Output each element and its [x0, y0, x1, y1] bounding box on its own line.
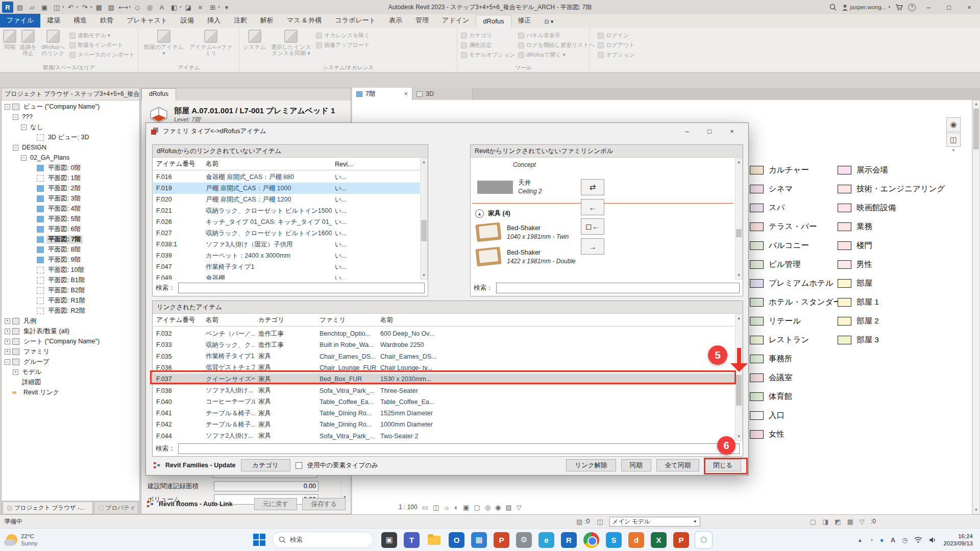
category-button[interactable]: カテゴリ	[241, 459, 290, 471]
swap-links-button[interactable]: ⇄	[581, 179, 604, 195]
tree-expand-icon[interactable]: +	[5, 329, 10, 334]
tree-expand-icon[interactable]: −	[5, 104, 10, 110]
dialog-minimize-icon[interactable]: –	[676, 128, 698, 135]
unlinked-families-scrollbar[interactable]: ▲ ▼	[735, 158, 743, 280]
exclude-options-icon[interactable]: ◨	[822, 518, 828, 525]
column-header[interactable]: ファミリ	[316, 316, 377, 324]
unlinked-item-row[interactable]: F.047作業椅子タイプ1い...	[153, 261, 420, 272]
taskbar-app-skype[interactable]: S	[606, 532, 622, 548]
tree-item[interactable]: 平面図: 5階	[2, 214, 139, 224]
tree-item[interactable]: −???	[2, 112, 139, 122]
family-item-type[interactable]: 1422 x 1981mm - Double	[507, 258, 576, 265]
linked-items-search-input[interactable]	[178, 443, 740, 454]
tree-item[interactable]: +モデル	[2, 367, 139, 377]
tree-item[interactable]: −DESIGN	[2, 142, 139, 153]
linked-items-table[interactable]: アイテム番号名前カテゴリファミリ名前F.032ベンチ（バー／...造作工事Ben…	[153, 314, 734, 441]
column-header[interactable]: アイテム番号	[153, 160, 203, 168]
tree-item[interactable]: 平面図: 0階	[2, 163, 139, 173]
scroll-thumb[interactable]	[736, 375, 742, 406]
construction-area-input[interactable]	[214, 481, 318, 491]
recent-documents-icon[interactable]: ▤	[14, 2, 26, 13]
unlinked-items-table[interactable]: アイテム番号名前Revi...F.016食器棚 扉開式_CAS：戸棚 880い.…	[153, 158, 420, 280]
ribbon-tab-建築[interactable]: 建築	[40, 14, 67, 28]
linked-item-row[interactable]: F.040コーヒーテーブル家具Table_Coffee_Ea...Table_C…	[153, 396, 734, 408]
sync-button[interactable]: 同期	[621, 459, 651, 471]
tree-item[interactable]: 平面図: 10階	[2, 265, 139, 275]
default-3d-view-icon-dropdown[interactable]: ▾	[180, 5, 182, 9]
column-header[interactable]: アイテム番号	[153, 316, 203, 324]
linked-item-row[interactable]: F.042テーブル＆椅子...家具Table_Dining Ro...1000m…	[153, 419, 734, 430]
column-header[interactable]: 名前	[377, 316, 734, 324]
canvas-scroll-thumb[interactable]	[973, 109, 979, 149]
project-browser-title[interactable]: プロジェクト ブラウザ - ステップ3+4+5+6_複合モデ...	[2, 88, 139, 101]
export-pdf-icon[interactable]: ▨	[106, 2, 117, 13]
cart-icon[interactable]	[895, 4, 903, 11]
aligned-dimension-icon[interactable]: ◇	[132, 2, 143, 13]
unlinked-item-row[interactable]: F.027収納ラック、クローゼット ビルトイン1600mmい...	[153, 228, 420, 239]
wifi-icon[interactable]	[914, 537, 922, 543]
scroll-up-icon[interactable]: ▲	[421, 159, 427, 166]
link-selected-button[interactable]: ←	[581, 199, 604, 215]
taskbar-app-powerpoint[interactable]: P	[494, 532, 509, 548]
signed-in-user[interactable]: jasper.wong... ▾	[842, 4, 890, 11]
reveal-hidden-icon[interactable]: ◉	[495, 504, 501, 511]
ribbon-tab-ファイル[interactable]: ファイル	[0, 14, 40, 28]
linked-item-row[interactable]: F.032ベンチ（バー／...造作工事Benchtop_Optio...600 …	[153, 328, 734, 339]
column-header[interactable]: カテゴリ	[255, 316, 316, 324]
tree-item[interactable]: −グループ	[2, 357, 139, 367]
constraints-icon[interactable]: ▽	[517, 504, 522, 511]
tree-expand-icon[interactable]: −	[21, 155, 27, 161]
family-item-name[interactable]: Bed-Shaker	[507, 249, 541, 256]
column-header[interactable]: 名前	[203, 316, 255, 324]
ceiling-name[interactable]: 天井	[518, 179, 531, 187]
scale-label[interactable]: 1 : 100	[399, 504, 418, 511]
tab-drofus[interactable]: dRofus	[141, 88, 176, 101]
linked-item-row[interactable]: F.041テーブル＆椅子...家具Table_Dining Ro...1525m…	[153, 408, 734, 419]
worksets-icon[interactable]: ▧	[576, 518, 582, 525]
unlinked-item-row[interactable]: F.026キッチ_タイプ 01_CAS: キッチ_タイプ 01_CASい...	[153, 216, 420, 228]
family-item-concept[interactable]: Concept	[513, 161, 536, 168]
close-view-icon[interactable]: ×	[404, 90, 408, 97]
shadows-icon[interactable]: ◐	[454, 504, 458, 511]
undo-button[interactable]: 元に戻す	[254, 498, 298, 510]
ribbon-button-部屋のアイテム ▾[interactable]: 部屋のアイテム ▾	[142, 30, 186, 56]
hidden-icons-chevron[interactable]: ▲	[857, 537, 863, 543]
tree-expand-icon[interactable]: +	[5, 349, 10, 355]
tree-item[interactable]: 平面図: 9階	[2, 255, 139, 265]
tree-expand-icon[interactable]: +	[13, 369, 18, 375]
undo-icon-dropdown[interactable]: ▾	[77, 5, 79, 9]
ribbon-tab-マス & 外構[interactable]: マス & 外構	[280, 14, 329, 28]
linked-item-row[interactable]: F.033収納ラック、ク...造作工事Built in Robe_Wa...Wa…	[153, 339, 734, 350]
unlinked-items-scrollbar[interactable]: ▲ ▼	[420, 158, 428, 280]
close-button[interactable]: ×	[962, 4, 977, 11]
unlinked-item-row[interactable]: F.021収納ラック、クローゼット ビルトイン1500mmい...	[153, 205, 420, 216]
ribbon-button-モデルオプション[interactable]: モデルオプション	[461, 51, 515, 59]
linked-item-row[interactable]: F.036低背ゲストチェア家具Chair_Lounge_FURChair Lou…	[153, 362, 734, 373]
sync-all-button[interactable]: 全て同期	[656, 459, 699, 471]
tree-item[interactable]: 3D ビュー: 3D	[2, 132, 139, 142]
editable-only-icon[interactable]: ▢	[810, 518, 816, 525]
tree-expand-icon[interactable]: −	[13, 145, 18, 151]
weather-widget[interactable]: 22°C Sunny	[0, 533, 61, 547]
dialog-close-icon[interactable]: ×	[721, 128, 743, 135]
tab-project-browser[interactable]: プロジェクト ブラウザ -...	[3, 502, 93, 514]
zoom-tool-icon[interactable]: ◫	[946, 133, 961, 147]
canvas-scrollbar[interactable]: ▲ ▼	[972, 100, 980, 514]
help-icon[interactable]: ?	[908, 4, 916, 11]
linked-items-scrollbar[interactable]: ▲ ▼	[735, 314, 743, 441]
crop-region-icon[interactable]: ▢	[474, 504, 480, 511]
tree-expand-icon[interactable]: −	[5, 359, 10, 365]
customize-qat-icon[interactable]: ▾	[221, 2, 232, 13]
view-tab-7f[interactable]: 7階 ×	[352, 88, 412, 100]
ime-mode-icon[interactable]: A	[891, 536, 895, 544]
ribbon-button-スペースのインポート[interactable]: スペースのインポート	[69, 51, 135, 59]
ribbon-tab-注釈[interactable]: 注釈	[227, 14, 254, 28]
ribbon-button-dRofusへのリンク[interactable]: dRofusへのリンク	[40, 30, 66, 56]
ribbon-tab-コラボレート[interactable]: コラボレート	[329, 14, 383, 28]
column-header[interactable]: Revi...	[332, 161, 420, 168]
unlinked-item-row[interactable]: F.049食器棚い...	[153, 272, 420, 280]
ribbon-tab-プレキャスト[interactable]: プレキャスト	[120, 14, 174, 28]
unlinked-item-row[interactable]: F.038:1ソファ3人掛け（固定）子供用い...	[153, 239, 420, 250]
ribbon-button-カテゴリ[interactable]: カテゴリ	[461, 32, 515, 39]
scroll-thumb[interactable]	[421, 220, 427, 241]
